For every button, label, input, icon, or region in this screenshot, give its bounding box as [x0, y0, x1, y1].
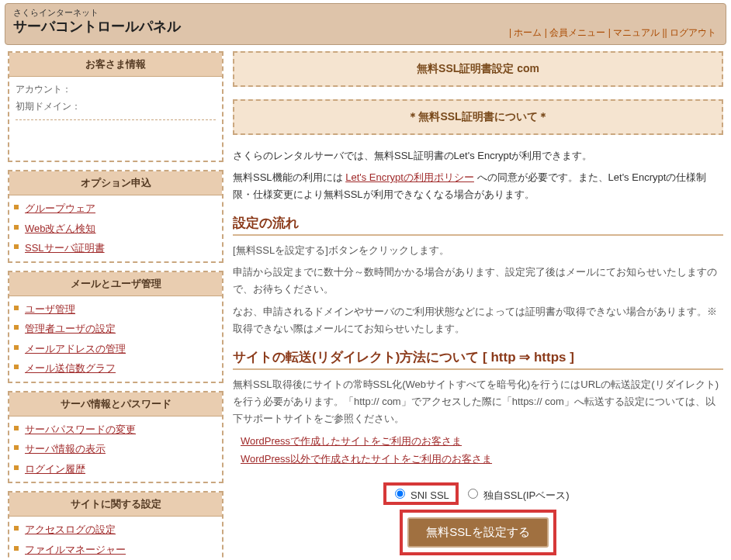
side-list-item: ログイン履歴 — [14, 459, 217, 479]
customer-info-box: お客さま情報 アカウント： 初期ドメイン： — [8, 51, 223, 162]
side-block: サーバ情報とパスワードサーバパスワードの変更サーバ情報の表示ログイン履歴 — [8, 391, 223, 484]
side-list-item: SSLサーバ証明書 — [14, 238, 217, 258]
flow-text-2: 申請から設定までに数十分～数時間かかる場合があります、設定完了後はメールにてお知… — [233, 264, 723, 298]
side-list-item: メールアドレスの管理 — [14, 339, 217, 359]
side-link[interactable]: サーバパスワードの変更 — [25, 423, 136, 435]
nav-home[interactable]: ホーム — [514, 27, 542, 38]
non-wordpress-link[interactable]: WordPress以外で作成されたサイトをご利用のお客さま — [241, 453, 492, 465]
section-redirect-heading: サイトの転送(リダイレクト)方法について [ http ⇒ https ] — [233, 348, 723, 370]
side-list-item: サーバパスワードの変更 — [14, 420, 217, 440]
side-link[interactable]: Web改ざん検知 — [25, 223, 96, 234]
side-list-item: メール送信数グラフ — [14, 358, 217, 379]
about-panel: ＊無料SSL証明書について＊ — [233, 99, 723, 135]
side-block-head: オプション申込 — [9, 171, 222, 195]
section-flow-heading: 設定の流れ — [233, 214, 723, 236]
side-block-head: メールとユーザ管理 — [9, 272, 222, 296]
side-list-item: グループウェア — [14, 199, 217, 219]
side-block: オプション申込グループウェアWeb改ざん検知SSLサーバ証明書 — [8, 170, 223, 263]
side-list-item: 管理者ユーザの設定 — [14, 319, 217, 339]
side-link[interactable]: 管理者ユーザの設定 — [25, 323, 116, 334]
intro-text-2: 無料SSL機能の利用には Let's Encryptの利用ポリシー への同意が必… — [233, 169, 723, 203]
nav-logout[interactable]: ログアウト — [670, 27, 716, 38]
side-link[interactable]: グループウェア — [25, 202, 95, 214]
side-list: グループウェアWeb改ざん検知SSLサーバ証明書 — [9, 195, 222, 261]
account-label: アカウント： — [16, 81, 216, 99]
nav-manual[interactable]: マニュアル — [613, 27, 660, 38]
side-link[interactable]: ログイン履歴 — [25, 463, 85, 475]
nav-sep: || — [662, 27, 670, 38]
flow-text-1: [無料SSLを設定する]ボタンをクリックします。 — [233, 242, 723, 259]
side-list-item: アクセスログの設定 — [14, 520, 217, 540]
lets-encrypt-policy-link[interactable]: Let's Encryptの利用ポリシー — [345, 171, 474, 183]
ip-ssl-radio[interactable] — [468, 489, 478, 499]
side-block: サイトに関する設定アクセスログの設定ファイルマネージャーさくらのブログ (ご利用… — [8, 491, 223, 560]
side-list: サーバパスワードの変更サーバ情報の表示ログイン履歴 — [9, 417, 222, 482]
set-free-ssl-button[interactable]: 無料SSLを設定する — [407, 517, 548, 548]
wordpress-link[interactable]: WordPressで作成したサイトをご利用のお客さま — [241, 435, 462, 447]
info-spacer — [16, 119, 216, 156]
intro-text-1: さくらのレンタルサーバでは、無料SSL証明書のLet's Encryptが利用で… — [233, 147, 723, 164]
side-list-item: Web改ざん検知 — [14, 219, 217, 239]
side-link[interactable]: ファイルマネージャー — [25, 544, 126, 555]
sni-ssl-radio-label[interactable]: SNI SSL — [391, 489, 449, 501]
side-link[interactable]: SSLサーバ証明書 — [25, 242, 105, 254]
side-link[interactable]: メール送信数グラフ — [25, 362, 116, 374]
side-block: メールとユーザ管理ユーザ管理管理者ユーザの設定メールアドレスの管理メール送信数グ… — [8, 271, 223, 383]
flow-text-3: なお、申請されるドメインやサーバのご利用状態などによっては証明書が取得できない場… — [233, 303, 723, 337]
customer-info-head: お客さま情報 — [9, 53, 222, 77]
side-link[interactable]: ユーザ管理 — [25, 303, 75, 315]
side-list-item: ユーザ管理 — [14, 299, 217, 320]
side-link[interactable]: サーバ情報の表示 — [25, 443, 106, 455]
intro2-before: 無料SSL機能の利用には — [233, 171, 345, 183]
side-block-head: サーバ情報とパスワード — [9, 392, 222, 417]
side-link[interactable]: メールアドレスの管理 — [25, 343, 126, 354]
submit-highlight: 無料SSLを設定する — [400, 510, 556, 555]
header-bar: さくらインターネット サーバコントロールパネル | ホーム | 会員メニュー |… — [5, 3, 726, 45]
side-list: ユーザ管理管理者ユーザの設定メールアドレスの管理メール送信数グラフ — [9, 296, 222, 382]
sni-ssl-radio[interactable] — [395, 489, 405, 499]
ip-ssl-text: 独自SSL(IPベース) — [483, 489, 570, 501]
ip-ssl-radio-label[interactable]: 独自SSL(IPベース) — [464, 489, 569, 501]
sni-ssl-text: SNI SSL — [411, 489, 449, 501]
side-list-item: サーバ情報の表示 — [14, 439, 217, 459]
side-block-head: サイトに関する設定 — [9, 493, 222, 517]
header-nav: | ホーム | 会員メニュー | マニュアル || ログアウト — [509, 26, 716, 40]
nav-member[interactable]: 会員メニュー — [549, 27, 605, 38]
ssl-type-radio-row: SNI SSL 独自SSL(IPベース) — [233, 482, 723, 505]
initial-domain-label: 初期ドメイン： — [16, 99, 216, 116]
redirect-text: 無料SSL取得後にサイトの常時SSL化(Webサイトすべてを暗号化)を行うにはU… — [233, 376, 723, 427]
sni-ssl-highlight: SNI SSL — [383, 482, 458, 505]
page-title-panel: 無料SSL証明書設定 com — [233, 51, 723, 87]
side-list-item: ファイルマネージャー — [14, 540, 217, 560]
side-list: アクセスログの設定ファイルマネージャーさくらのブログ (ご利用上の注意)ドメイン… — [9, 517, 222, 560]
side-link[interactable]: アクセスログの設定 — [25, 524, 116, 535]
